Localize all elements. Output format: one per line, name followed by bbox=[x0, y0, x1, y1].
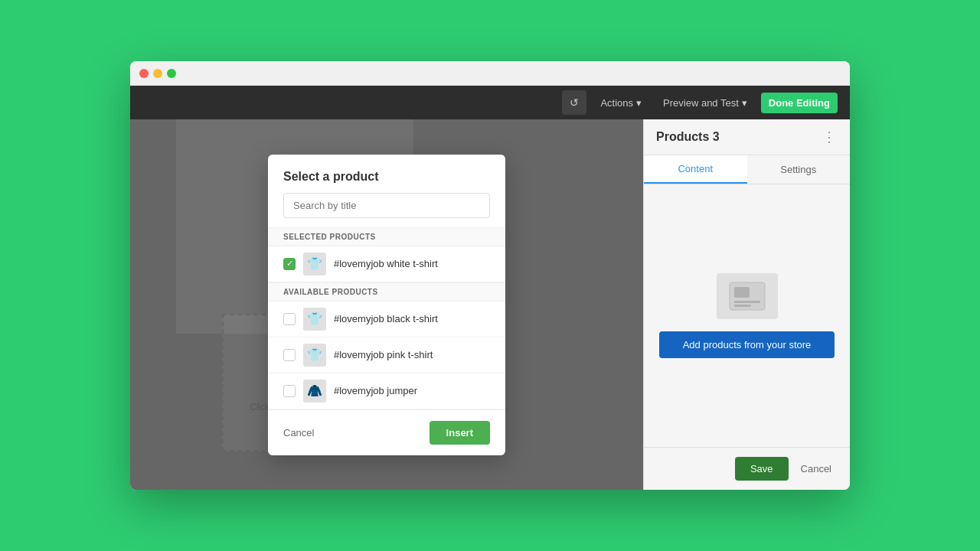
done-editing-button[interactable]: Done Editing bbox=[761, 93, 838, 113]
traffic-light-red[interactable] bbox=[139, 69, 149, 78]
modal-footer: Cancel Insert bbox=[268, 409, 505, 455]
product-checkbox-3[interactable] bbox=[283, 349, 296, 361]
browser-window: ↺ Actions ▾ Preview and Test ▾ Done Edit… bbox=[130, 61, 850, 490]
available-product-item-1[interactable]: 👕 #lovemyjob black t-shirt bbox=[268, 302, 505, 337]
svg-rect-1 bbox=[734, 287, 750, 298]
product-name-3: #lovemyjob pink t-shirt bbox=[334, 349, 433, 360]
product-thumb-4: 🧥 bbox=[303, 380, 326, 403]
available-products-label: AVAILABLE PRODUCTS bbox=[268, 282, 505, 302]
panel-icon bbox=[717, 273, 778, 319]
product-thumb-3: 👕 bbox=[303, 344, 326, 367]
selected-products-list: 👕 #lovemyjob white t-shirt bbox=[268, 246, 505, 282]
product-name-2: #lovemyjob black t-shirt bbox=[334, 313, 438, 324]
panel-dots-menu[interactable]: ⋮ bbox=[822, 129, 838, 145]
traffic-light-green[interactable] bbox=[167, 69, 176, 78]
browser-titlebar bbox=[130, 61, 850, 86]
panel-body: Add products from your store bbox=[644, 184, 850, 447]
available-product-item-2[interactable]: 👕 #lovemyjob pink t-shirt bbox=[268, 337, 505, 373]
history-icon: ↺ bbox=[570, 96, 579, 109]
history-button[interactable]: ↺ bbox=[562, 90, 586, 115]
svg-rect-2 bbox=[734, 301, 760, 303]
selected-product-item-1[interactable]: 👕 #lovemyjob white t-shirt bbox=[268, 246, 505, 282]
panel-header: Products 3 ⋮ bbox=[644, 119, 850, 155]
panel-footer: Save Cancel bbox=[644, 447, 850, 490]
product-checkbox-1[interactable] bbox=[283, 258, 296, 270]
product-checkbox-4[interactable] bbox=[283, 385, 296, 397]
product-select-modal: Select a product SELECTED PRODUCTS 👕 bbox=[268, 155, 505, 455]
product-name-1: #lovemyjob white t-shirt bbox=[334, 258, 438, 269]
modal-overlay: Select a product SELECTED PRODUCTS 👕 bbox=[130, 119, 643, 490]
canvas-area: 👕 Click here to grab a product Select a … bbox=[130, 119, 643, 490]
main-area: 👕 Click here to grab a product Select a … bbox=[130, 119, 850, 490]
search-input[interactable] bbox=[283, 193, 490, 218]
svg-rect-3 bbox=[734, 305, 751, 307]
traffic-light-yellow[interactable] bbox=[153, 69, 162, 78]
product-thumb-1: 👕 bbox=[303, 253, 326, 276]
modal-cancel-button[interactable]: Cancel bbox=[283, 427, 314, 439]
panel-title: Products 3 bbox=[656, 130, 720, 144]
app-content: ↺ Actions ▾ Preview and Test ▾ Done Edit… bbox=[130, 86, 850, 490]
tab-content[interactable]: Content bbox=[644, 155, 747, 184]
save-button[interactable]: Save bbox=[735, 457, 789, 481]
selected-products-label: SELECTED PRODUCTS bbox=[268, 227, 505, 246]
preview-button[interactable]: Preview and Test ▾ bbox=[655, 93, 755, 113]
top-bar: ↺ Actions ▾ Preview and Test ▾ Done Edit… bbox=[130, 86, 850, 119]
available-product-item-3[interactable]: 🧥 #lovemyjob jumper bbox=[268, 373, 505, 409]
add-products-button[interactable]: Add products from your store bbox=[659, 331, 835, 358]
actions-button[interactable]: Actions ▾ bbox=[593, 93, 649, 113]
right-panel: Products 3 ⋮ Content Settings bbox=[643, 119, 850, 490]
available-products-list: 👕 #lovemyjob black t-shirt 👕 #lovemyjob … bbox=[268, 302, 505, 409]
modal-title: Select a product bbox=[283, 170, 490, 184]
cancel-button[interactable]: Cancel bbox=[795, 457, 838, 481]
panel-tabs: Content Settings bbox=[644, 155, 850, 184]
modal-header: Select a product bbox=[268, 155, 505, 193]
product-name-4: #lovemyjob jumper bbox=[334, 385, 417, 396]
modal-insert-button[interactable]: Insert bbox=[430, 421, 490, 445]
product-thumb-2: 👕 bbox=[303, 308, 326, 331]
tab-settings[interactable]: Settings bbox=[747, 155, 851, 184]
modal-search-area bbox=[268, 193, 505, 227]
product-checkbox-2[interactable] bbox=[283, 313, 296, 325]
